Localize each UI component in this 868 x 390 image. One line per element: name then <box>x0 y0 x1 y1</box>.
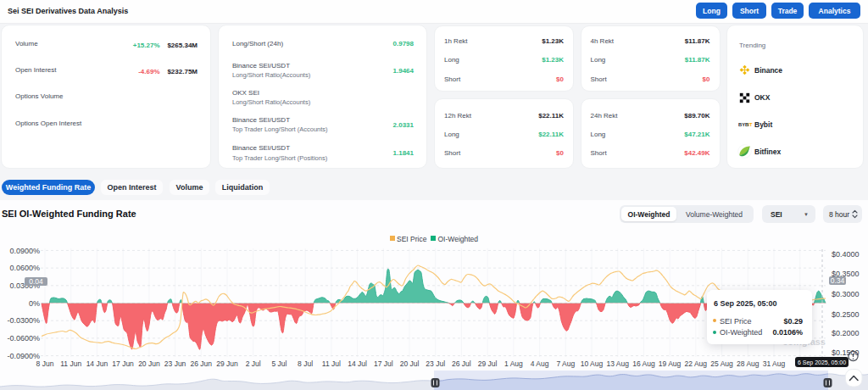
svg-text:23 Jul: 23 Jul <box>426 359 445 368</box>
svg-text:1 Aug: 1 Aug <box>504 359 523 368</box>
svg-text:$0.1500: $0.1500 <box>832 348 860 357</box>
svg-text:8 Jun: 8 Jun <box>36 359 54 368</box>
svg-text:26 Jul: 26 Jul <box>452 359 471 368</box>
svg-text:25 Aug: 25 Aug <box>710 359 733 368</box>
svg-text:$0.4000: $0.4000 <box>832 250 860 259</box>
svg-text:29 Jul: 29 Jul <box>478 359 498 368</box>
svg-text:17 Jun: 17 Jun <box>112 359 134 368</box>
svg-text:14 Jul: 14 Jul <box>348 359 367 368</box>
svg-text:17 Jul: 17 Jul <box>374 359 393 368</box>
svg-text:23 Jun: 23 Jun <box>164 359 186 368</box>
svg-text:28 Aug: 28 Aug <box>737 359 760 368</box>
svg-text:26 Jun: 26 Jun <box>191 359 213 368</box>
svg-text:19 Aug: 19 Aug <box>659 359 682 368</box>
svg-text:0.0900%: 0.0900% <box>9 247 40 255</box>
svg-text:0.34: 0.34 <box>831 276 845 285</box>
svg-text:-0.0600%: -0.0600% <box>7 334 40 343</box>
svg-text:20 Jun: 20 Jun <box>138 359 160 368</box>
svg-text:2 Jul: 2 Jul <box>246 359 261 368</box>
svg-text:5 Jul: 5 Jul <box>271 359 287 368</box>
svg-text:-0.0900%: -0.0900% <box>7 352 40 360</box>
svg-text:0%: 0% <box>29 299 40 308</box>
svg-text:29 Jun: 29 Jun <box>216 359 238 368</box>
svg-text:BYB: BYB <box>738 121 748 126</box>
svg-text:10 Aug: 10 Aug <box>581 359 604 368</box>
svg-text:22 Aug: 22 Aug <box>685 359 708 368</box>
svg-text:$0.2000: $0.2000 <box>832 329 860 337</box>
svg-text:16 Aug: 16 Aug <box>632 359 655 368</box>
svg-text:13 Aug: 13 Aug <box>606 359 629 368</box>
svg-text:6 Sep 2025, 05:00: 6 Sep 2025, 05:00 <box>798 359 846 366</box>
svg-text:11 Jul: 11 Jul <box>322 359 341 368</box>
svg-text:31 Aug: 31 Aug <box>763 359 786 368</box>
svg-text:14 Jun: 14 Jun <box>86 359 108 368</box>
svg-text:7 Aug: 7 Aug <box>556 359 575 368</box>
svg-text:8 Jul: 8 Jul <box>298 359 313 368</box>
svg-text:IT: IT <box>748 121 754 126</box>
svg-text:11 Jun: 11 Jun <box>60 359 81 368</box>
svg-text:4 Aug: 4 Aug <box>531 359 549 368</box>
svg-text:0.04: 0.04 <box>29 277 43 286</box>
svg-text:$0.2500: $0.2500 <box>832 310 860 319</box>
svg-text:0.0600%: 0.0600% <box>9 264 40 272</box>
svg-text:20 Jul: 20 Jul <box>400 359 420 368</box>
svg-text:$0.3000: $0.3000 <box>832 290 860 298</box>
svg-text:-0.0300%: -0.0300% <box>7 316 40 325</box>
